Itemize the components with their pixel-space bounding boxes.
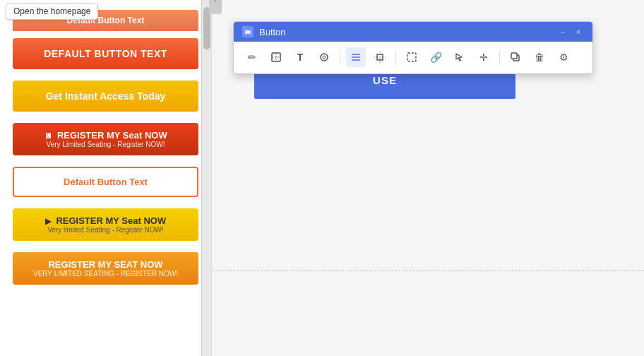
edit-tool-icon[interactable]: ✏ [242,47,262,67]
align-tool-icon[interactable] [346,47,366,67]
red-gradient-button[interactable]: DEFAULT BUTTON TEXT [13,38,198,69]
register-seat-red-button[interactable]: 🖥 REGISTER MY Seat NOW Very Limited Seat… [13,123,198,155]
move-tool-icon[interactable]: ✛ [474,47,494,67]
button-item-2: Get Instant Access Today [0,75,211,117]
link-tool-icon[interactable]: 🔗 [426,47,446,67]
orange-register-subtext: VERY LIMITED SEATING - REGISTER NOW! [27,270,184,278]
yellow-register-label: REGISTER MY Seat NOW [56,215,166,226]
select-tool-icon[interactable] [266,47,286,67]
toolbar-title: Button [259,27,286,37]
svg-rect-0 [245,30,251,34]
yellow-register-arrow: ▶ [45,217,51,225]
collapse-sidebar-button[interactable]: ‹ [209,0,222,14]
button-item-4: Default Button Text [0,161,211,203]
svg-rect-12 [407,53,416,61]
orange-register-label: REGISTER MY SEAT NOW [48,259,162,270]
scrollbar[interactable] [201,0,211,356]
divider-3 [499,50,500,64]
toolbar-icons: ✏ T 🔗 ✛ [234,42,592,73]
orange-register-button[interactable]: REGISTER MY SEAT NOW VERY LIMITED SEATIN… [13,252,198,285]
outline-button-label: Default Button Text [64,177,148,187]
title-left: Button [242,26,286,37]
svg-point-4 [321,54,328,61]
yellow-instant-button[interactable]: Get Instant Access Today [13,81,198,112]
button-item-6: REGISTER MY SEAT NOW VERY LIMITED SEATIN… [0,247,211,290]
yellow-button-label: Get Instant Access Today [46,90,166,102]
svg-rect-14 [511,53,517,59]
delete-tool-icon[interactable]: 🗑 [530,47,549,67]
button-item-3: 🖥 REGISTER MY Seat NOW Very Limited Seat… [0,117,211,161]
divider-2 [395,50,396,64]
register-seat-label: REGISTER MY Seat NOW [57,130,167,141]
red-button-label: DEFAULT BUTTON TEXT [44,48,167,59]
tooltip: Open the homepage [6,3,98,20]
yellow-register-subtext: Very limited Seating - Register NOW! [27,226,184,234]
toolbar-window: Button − × ✏ T [233,21,593,74]
toolbar-titlebar: Button − × [234,22,592,42]
crop-tool-icon[interactable] [402,47,422,67]
outline-orange-button[interactable]: Default Button Text [13,167,198,197]
text-tool-icon[interactable]: T [290,47,310,67]
shape-tool-icon[interactable] [314,47,334,67]
button-icon [242,26,254,37]
yellow-register-button[interactable]: ▶ REGISTER MY Seat NOW Very limited Seat… [13,208,198,241]
button-item-1: DEFAULT BUTTON TEXT [0,32,211,75]
toolbar-controls: − × [557,26,584,37]
svg-rect-9 [377,54,383,60]
register-seat-subtext: Very Limited Seating - Register NOW! [27,141,184,148]
settings-tool-icon[interactable]: ⚙ [554,47,573,67]
register-seat-icon: 🖥 [44,131,52,140]
duplicate-tool-icon[interactable] [506,47,525,67]
minimize-button[interactable]: − [557,26,568,37]
dashed-divider [212,271,644,271]
sidebar: Open the homepage Default Button Text DE… [0,0,212,356]
close-button[interactable]: × [573,26,584,37]
button-item-5: ▶ REGISTER MY Seat NOW Very limited Seat… [0,203,211,247]
main-content: Button − × ✏ T [212,0,644,356]
padding-tool-icon[interactable] [370,47,390,67]
cursor-tool-icon[interactable] [450,47,470,67]
svg-point-5 [323,56,326,59]
divider-1 [340,50,340,64]
